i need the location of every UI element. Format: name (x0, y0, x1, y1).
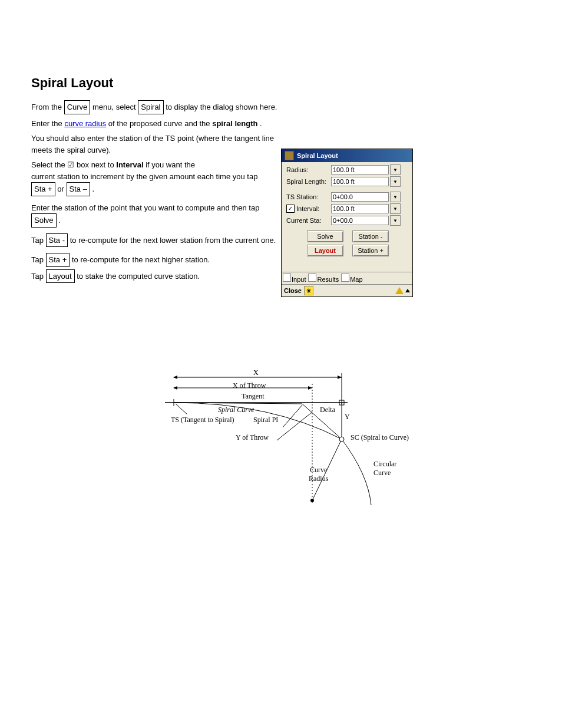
para2: Enter the curve radius of the proposed c… (31, 118, 279, 130)
spiral-length-label: Spiral Length: (286, 178, 331, 185)
interval-dropdown-icon[interactable]: ▼ (390, 203, 401, 214)
para8: Tap Sta + to re-compute for the next hig… (31, 253, 279, 267)
text: to re-compute for the next lower station… (70, 236, 276, 245)
text: if you want the (146, 160, 195, 169)
label-x: X (253, 368, 259, 377)
label-tangent: Tangent (242, 392, 264, 401)
interval-input[interactable] (331, 204, 389, 213)
text: to display the dialog shown here. (166, 103, 277, 111)
curve-menu-box: Curve (64, 100, 91, 114)
sta-minus-box2: Sta - (46, 233, 68, 248)
interval-checkbox[interactable]: ✓ (286, 205, 295, 213)
text: . (58, 216, 61, 225)
text: of the proposed curve and the (108, 119, 212, 128)
favorite-icon[interactable]: ✳ (304, 286, 313, 295)
ts-station-dropdown-icon[interactable]: ▼ (390, 192, 401, 202)
text: current station to increment by the give… (31, 172, 257, 181)
svg-line-8 (283, 405, 302, 427)
text: . (260, 119, 262, 128)
radius-dropdown-icon[interactable]: ▼ (390, 164, 401, 175)
spiral-menu-box: Spiral (138, 100, 163, 114)
radius-label: Radius: (286, 166, 331, 173)
solve-button[interactable]: Solve (307, 230, 343, 242)
warning-icon[interactable] (395, 287, 404, 294)
tab-results[interactable]: Results (308, 274, 339, 283)
close-button[interactable]: Close (284, 287, 302, 294)
label-sc: SC (Spiral to Curve) (351, 433, 409, 442)
radius-input[interactable] (331, 165, 389, 174)
label-x-of-throw: X of Throw (233, 381, 266, 390)
sta-minus-box: Sta – (67, 182, 90, 196)
text: box next to (77, 160, 116, 169)
current-sta-label: Current Sta: (286, 217, 331, 224)
label-curve-radius: Curve Radius (309, 466, 328, 483)
para1: From the Curve menu, select Spiral to di… (31, 100, 279, 114)
spiral-length-bold: spiral length (212, 119, 257, 128)
para5: current station to increment by the give… (31, 171, 279, 196)
para4: Select the ☑ box next to Interval if you… (31, 159, 279, 171)
station-plus-button[interactable]: Station + (352, 245, 389, 256)
tab-map[interactable]: Map (341, 274, 362, 283)
spiral-length-input[interactable] (331, 177, 389, 186)
tab-input[interactable]: Input (283, 274, 306, 283)
text: Enter the (31, 119, 64, 128)
label-y: Y (345, 413, 350, 421)
sta-plus-box: Sta + (31, 182, 55, 196)
current-sta-input[interactable] (331, 216, 389, 225)
label-spiral-pi: Spiral PI (253, 416, 278, 424)
text: or (57, 185, 66, 193)
ts-station-input[interactable] (331, 192, 389, 202)
dialog-titlebar: Spiral Layout (282, 149, 412, 162)
sta-plus-box2: Sta + (46, 253, 70, 267)
spiral-layout-dialog: Spiral Layout Radius: ▼ Spiral Length: ▼… (281, 149, 413, 297)
map-tab-icon (341, 274, 349, 282)
current-sta-dropdown-icon[interactable]: ▼ (390, 215, 401, 226)
svg-line-9 (176, 404, 187, 414)
text: Tap (31, 272, 46, 281)
para3: You should also enter the station of the… (31, 133, 279, 156)
para6: Enter the station of the point that you … (31, 202, 279, 228)
input-tab-icon (283, 274, 291, 282)
tab-bar: Input Results Map (282, 272, 412, 285)
text: to stake the computed curve station. (77, 272, 200, 281)
text: Enter the station of the point that you … (31, 203, 259, 212)
page-heading: Spiral Layout (31, 75, 113, 91)
text: to re-compute for the next higher statio… (72, 255, 210, 264)
label-delta: Delta (320, 406, 335, 414)
dialog-title: Spiral Layout (297, 152, 338, 159)
layout-box: Layout (46, 269, 75, 284)
interval-label: Interval: (296, 205, 319, 212)
para7: Tap Sta - to re-compute for the next low… (31, 233, 279, 248)
spiral-diagram (165, 368, 424, 516)
interval-bold: Interval (116, 160, 143, 169)
station-minus-button[interactable]: Station - (352, 230, 389, 242)
solve-box: Solve (31, 213, 57, 228)
label-spiral-curve: Spiral Curve (218, 406, 254, 414)
text: Tap (31, 236, 46, 245)
label-circular-curve: Circular Curve (373, 460, 396, 477)
text: From the (31, 103, 64, 111)
text: Select the (31, 160, 67, 169)
label-y-of-throw: Y of Throw (236, 433, 269, 442)
checkbox-glyph: ☑ (67, 160, 74, 169)
ts-station-label: TS Station: (286, 193, 331, 200)
svg-point-15 (339, 437, 344, 442)
text: . (92, 185, 95, 193)
svg-point-14 (310, 499, 314, 502)
up-arrow-icon[interactable] (405, 289, 410, 292)
para9: Tap Layout to stake the computed curve s… (31, 269, 279, 284)
results-tab-icon (308, 274, 316, 282)
curve-radius-link[interactable]: curve radius (64, 119, 106, 128)
titlebar-icon (285, 151, 294, 160)
text: menu, select (92, 103, 138, 111)
spiral-length-dropdown-icon[interactable]: ▼ (390, 176, 401, 187)
layout-button[interactable]: Layout (307, 245, 343, 256)
text: Tap (31, 255, 46, 264)
label-ts: TS (Tangent to Spiral) (171, 416, 234, 424)
